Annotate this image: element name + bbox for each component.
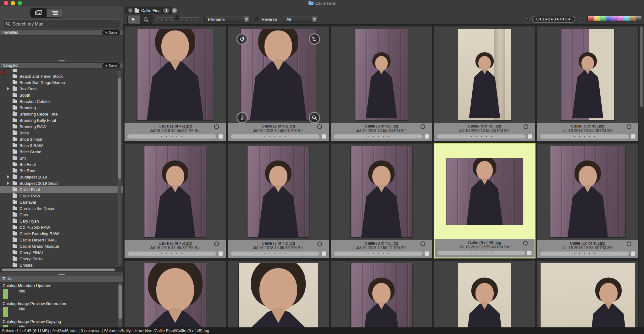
thumbnail-size-slider[interactable]	[156, 17, 199, 20]
thumbnail-cell[interactable]: Callie (5 of 45).jpg Jul 16 2018 12:55:2…	[537, 26, 638, 141]
color-swatch[interactable]	[600, 16, 606, 21]
navigator-scrollbar-thumb[interactable]	[118, 78, 121, 179]
color-class-circle-icon[interactable]	[317, 124, 322, 129]
star-rating-filter[interactable]: 0★1★2★3★4★5★	[532, 16, 575, 23]
disclosure-triangle-icon[interactable]	[7, 175, 9, 178]
color-swatch[interactable]	[636, 16, 641, 21]
color-swatch[interactable]	[588, 16, 594, 21]
search-input[interactable]	[13, 21, 117, 26]
navigator-horizontal-scrollbar-thumb[interactable]	[2, 269, 115, 271]
tag-checkbox[interactable]	[425, 251, 429, 256]
tag-checkbox[interactable]	[527, 251, 532, 255]
tag-checkbox[interactable]	[321, 251, 326, 256]
star-rating-bar[interactable]	[334, 252, 423, 256]
thumbnail-cell[interactable]: Callie (6 of 45).jpg Jul 16 2018 12:55:2…	[125, 144, 226, 258]
color-class-circle-icon[interactable]	[523, 241, 528, 246]
favorites-sort-button[interactable]: Name	[102, 30, 120, 35]
tag-checkbox[interactable]	[631, 134, 636, 139]
navigator-scrollbar[interactable]	[118, 71, 121, 266]
navigator-folder-item[interactable]: Beach and Travel Stock	[0, 73, 123, 79]
navigator-folder-item[interactable]: Budapest 2019	[0, 174, 123, 180]
tab-callie-final[interactable]: Callie Final 1	[125, 7, 172, 14]
navigator-folder-item[interactable]: Brice 3 RAW	[0, 142, 123, 149]
tag-checkbox[interactable]	[218, 251, 223, 256]
star-rating-bar[interactable]	[334, 134, 423, 139]
thumbnail-cell[interactable]: Callie (7 of 45).jpg Jul 16 2018 12:55:3…	[228, 144, 329, 258]
reverse-checkbox[interactable]	[255, 17, 259, 21]
navigator-horizontal-scrollbar[interactable]	[0, 267, 123, 272]
zoom-icon[interactable]	[309, 112, 320, 123]
color-class-circle-icon[interactable]	[420, 241, 425, 246]
star-rating-bar[interactable]	[230, 252, 319, 256]
search-field[interactable]	[3, 20, 120, 28]
zoom-tool-button[interactable]	[140, 15, 152, 24]
star-rating-bar[interactable]	[540, 252, 629, 256]
tag-checkbox[interactable]	[321, 134, 326, 139]
thumbnail-cell[interactable]: Callie (8 of 45).jpg Jul 16 2018 12:55:4…	[331, 144, 432, 258]
color-class-circle-icon[interactable]	[420, 124, 425, 129]
navigator-folder-item[interactable]: Christa	[0, 262, 123, 267]
navigator-folder-item[interactable]: Carnaval	[0, 199, 123, 205]
disclosure-triangle-icon[interactable]	[7, 182, 9, 185]
navigator-folder-item[interactable]: Cecile Desert FINAL	[0, 237, 123, 243]
color-swatch[interactable]	[630, 16, 636, 21]
list-view-toggle-button[interactable]	[47, 8, 63, 17]
navigator-folder-item[interactable]: Branding Cecile Final	[0, 111, 123, 117]
rotate-ccw-icon[interactable]	[236, 33, 248, 45]
rotate-cw-icon[interactable]	[309, 33, 320, 45]
navigator-folder-item[interactable]: Brit	[0, 155, 123, 161]
thumbnail-cell[interactable]: Callie (2 of 45).jpg Jul 16 2018 12:55:0…	[228, 26, 329, 141]
navigator-folder-item[interactable]: Cecile Grand Mosque	[0, 243, 123, 249]
grid-scrollbar[interactable]	[639, 25, 644, 327]
color-class-circle-icon[interactable]	[627, 124, 631, 129]
navigator-folder-item[interactable]: Bouchon Colette	[0, 98, 123, 105]
star-rating-bar[interactable]	[437, 251, 525, 255]
photo-view-toggle-button[interactable]	[31, 8, 47, 17]
navigator-folder-item[interactable]: Cheryl FINAL	[0, 249, 123, 256]
color-class-circle-icon[interactable]	[214, 241, 219, 246]
navigator-folder-item[interactable]: Cary	[0, 212, 123, 218]
navigator-folder-item[interactable]: Brice Grand	[0, 149, 123, 155]
tasks-scrollbar[interactable]	[118, 283, 122, 332]
navigator-folder-item[interactable]: CC Pro SD RAW	[0, 224, 123, 230]
thumbnail-cell[interactable]	[331, 261, 432, 334]
star-rating-bar[interactable]	[127, 134, 216, 139]
color-swatch[interactable]	[594, 16, 600, 21]
slider-thumb[interactable]	[175, 15, 179, 20]
navigator-folder-item[interactable]: Callie Final	[0, 186, 123, 193]
navigator-folder-item[interactable]: Branding RAW	[0, 123, 123, 130]
thumbnail-cell[interactable]: Callie (10 of 45).jpg Jul 16 2018 12:55:…	[537, 144, 638, 258]
navigator-folder-item[interactable]: Cecile Branding RAW	[0, 230, 123, 237]
navigator-folder-item[interactable]: Brit Final	[0, 161, 123, 167]
tag-checkbox[interactable]	[528, 134, 532, 139]
navigator-folder-item[interactable]: Callie RAW	[0, 193, 123, 199]
star-rating-bar[interactable]	[127, 252, 216, 256]
new-tab-button[interactable]	[172, 8, 177, 13]
navigator-folder-item[interactable]: Brice 3 Final	[0, 136, 123, 142]
navigator-folder-item[interactable]: Branding	[0, 105, 123, 111]
color-swatch[interactable]	[612, 16, 618, 21]
sort-field-dropdown[interactable]: Filename	[204, 15, 250, 23]
thumbnail-cell[interactable]: Callie (9 of 45).jpg Jul 16 2018 12:55:4…	[434, 144, 535, 258]
navigator-folder-item[interactable]: Bex Final	[0, 86, 123, 92]
thumbnail-cell[interactable]	[434, 261, 535, 334]
thumbnail-cell[interactable]	[228, 261, 329, 334]
navigator-folder-item[interactable]: Beach San Diego/Manou	[0, 79, 123, 86]
tab-close-icon[interactable]	[128, 8, 133, 13]
color-filter-checkbox[interactable]	[580, 17, 585, 21]
thumbnail-cell[interactable]	[125, 261, 226, 334]
navigator-folder-item[interactable]: Cheryl Paris	[0, 256, 123, 262]
filter-dropdown[interactable]: All	[283, 15, 318, 23]
color-class-circle-icon[interactable]	[214, 124, 219, 129]
thumbnail-cell[interactable]: Callie (1 of 45).jpg Jul 16 2018 12:55:0…	[125, 26, 226, 141]
panel-splitter-handle[interactable]	[58, 60, 65, 61]
color-class-circle-icon[interactable]	[524, 124, 528, 129]
navigator-folder-item[interactable]: Booth	[0, 92, 123, 98]
tag-checkbox[interactable]	[218, 134, 223, 139]
color-swatch[interactable]	[606, 16, 612, 21]
star-rating-bar[interactable]	[540, 134, 629, 139]
navigator-sort-button[interactable]: Name	[102, 63, 120, 68]
thumbnail-cell[interactable]	[537, 261, 638, 334]
disclosure-triangle-icon[interactable]	[7, 87, 9, 90]
grid-scrollbar-thumb[interactable]	[640, 26, 643, 107]
